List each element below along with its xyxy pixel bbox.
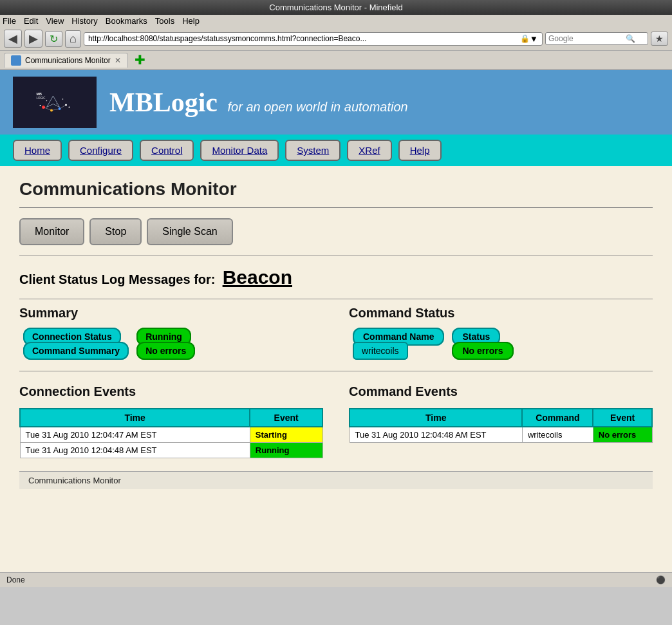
menu-tools[interactable]: Tools: [155, 16, 174, 26]
logo-box: MB LOGIC: [13, 77, 97, 128]
connection-events-title: Connection Events: [19, 384, 323, 399]
cmd-status-0: No errors: [452, 342, 513, 360]
nav-help[interactable]: Help: [398, 140, 442, 161]
browser-tab[interactable]: Communications Monitor ✕: [4, 53, 128, 68]
page-content: MB LOGIC MBLogic: [0, 70, 672, 572]
toolbar: ◀ ▶ ↻ ⌂ 🔒 ▼ 🔍 ★: [0, 27, 672, 51]
go-button[interactable]: ▼: [530, 34, 538, 44]
command-events-table: Time Command Event Tue 31 Aug 2010 12:04…: [349, 408, 653, 443]
control-buttons: Monitor Stop Single Scan: [19, 218, 653, 245]
menu-edit[interactable]: Edit: [24, 16, 38, 26]
cmd-command-0: writecoils: [522, 427, 593, 443]
cmd-event-header: Event: [593, 409, 652, 427]
cmd-time-header: Time: [350, 409, 522, 427]
divider-1: [19, 207, 653, 208]
tab-label: Communications Monitor: [25, 56, 111, 65]
command-summary-label: Command Summary: [23, 342, 129, 360]
svg-point-5: [56, 104, 57, 104]
app-name: MBLogic: [109, 88, 218, 117]
tab-bar: Communications Monitor ✕ ✚: [0, 51, 672, 70]
title-bar: Communications Monitor - Minefield: [0, 0, 672, 15]
nav-monitor-data[interactable]: Monitor Data: [200, 140, 279, 161]
add-tab-button[interactable]: ✚: [131, 52, 149, 68]
stop-button[interactable]: Stop: [89, 218, 142, 245]
home-button[interactable]: ⌂: [65, 30, 81, 48]
single-scan-button[interactable]: Single Scan: [147, 218, 232, 245]
client-title-prefix: Client Status Log Messages for:: [19, 272, 216, 286]
back-button[interactable]: ◀: [4, 30, 22, 48]
events-row: Connection Events Time Event Tue 31 Aug …: [19, 384, 653, 458]
logo-graphic: MB LOGIC: [26, 89, 84, 115]
cmd-event-row-0: Tue 31 Aug 2010 12:04:48 AM EST writecoi…: [350, 427, 652, 443]
forward-button[interactable]: ▶: [24, 30, 42, 48]
connection-events-table: Time Event Tue 31 Aug 2010 12:04:47 AM E…: [19, 408, 323, 458]
nav-system[interactable]: System: [285, 140, 341, 161]
browser-status-bar: Done ⚫: [0, 572, 672, 587]
window-title: Communications Monitor - Minefield: [269, 3, 402, 12]
menu-help[interactable]: Help: [182, 16, 200, 26]
main-content: Communications Monitor Monitor Stop Sing…: [0, 166, 672, 502]
cmd-command-header: Command: [522, 409, 593, 427]
mblogic-header: MB LOGIC MBLogic: [0, 70, 672, 135]
cmd-time-0: Tue 31 Aug 2010 12:04:48 AM EST: [350, 427, 522, 443]
menu-bar: File Edit View History Bookmarks Tools H…: [0, 15, 672, 27]
refresh-button[interactable]: ↻: [45, 31, 62, 47]
address-bar[interactable]: 🔒 ▼: [84, 32, 543, 46]
conn-event-row-1: Tue 31 Aug 2010 12:04:48 AM EST Running: [20, 443, 322, 458]
svg-point-7: [69, 107, 70, 108]
command-events-section: Command Events Time Command Event Tue 31…: [349, 384, 653, 458]
extensions-button[interactable]: ★: [651, 32, 668, 46]
tab-close-icon[interactable]: ✕: [115, 56, 121, 65]
browser-status-text: Done: [6, 575, 25, 584]
nav-configure[interactable]: Configure: [68, 140, 133, 161]
svg-text:MB: MB: [37, 92, 42, 96]
nav-bar: Home Configure Control Monitor Data Syst…: [0, 135, 672, 166]
divider-3: [19, 299, 653, 299]
command-status-title: Command Status: [349, 306, 653, 321]
search-bar[interactable]: 🔍: [545, 32, 648, 45]
command-summary-row: Command Summary No errors: [19, 344, 199, 358]
conn-events-header: Time Event: [20, 409, 322, 427]
menu-history[interactable]: History: [71, 16, 97, 26]
cmd-events-header: Time Command Event: [350, 409, 652, 427]
svg-point-6: [62, 98, 64, 100]
cmd-event-0: No errors: [593, 427, 652, 443]
menu-bookmarks[interactable]: Bookmarks: [106, 16, 147, 26]
conn-event-row-0: Tue 31 Aug 2010 12:04:47 AM EST Starting: [20, 427, 322, 443]
search-input[interactable]: [548, 34, 626, 43]
menu-file[interactable]: File: [3, 16, 16, 26]
browser-status-icon: ⚫: [656, 575, 666, 584]
search-icon[interactable]: 🔍: [626, 34, 635, 43]
command-summary-value: No errors: [136, 342, 195, 360]
footer-text: Communications Monitor: [28, 476, 121, 485]
summary-command-row: Summary Connection Status Running Comman…: [19, 306, 653, 358]
client-title: Client Status Log Messages for: Beacon: [19, 266, 653, 288]
connection-events-section: Connection Events Time Event Tue 31 Aug …: [19, 384, 323, 458]
conn-event-1: Running: [250, 443, 322, 458]
app-subtitle: for an open world in automation: [228, 100, 408, 114]
nav-xref[interactable]: XRef: [347, 140, 391, 161]
tab-favicon: [11, 55, 21, 66]
cmd-name-0: writecoils: [353, 342, 408, 360]
header-text: MBLogic for an open world in automation: [109, 87, 408, 118]
conn-event-header: Event: [250, 409, 322, 427]
page-title: Communications Monitor: [19, 179, 653, 200]
command-events-title: Command Events: [349, 384, 653, 399]
cmd-row-0: writecoils No errors: [349, 344, 518, 358]
summary-table: Connection Status Running Command Summar…: [19, 330, 199, 358]
menu-view[interactable]: View: [46, 16, 64, 26]
command-status-section: Command Status Command Name Status write…: [349, 306, 653, 358]
svg-point-4: [46, 100, 48, 102]
conn-time-header: Time: [20, 409, 250, 427]
svg-text:LOGIC: LOGIC: [37, 97, 46, 100]
address-input[interactable]: [88, 34, 520, 43]
monitor-button[interactable]: Monitor: [19, 218, 84, 245]
divider-2: [19, 256, 653, 256]
summary-section: Summary Connection Status Running Comman…: [19, 306, 323, 358]
nav-home[interactable]: Home: [13, 140, 62, 161]
conn-event-0: Starting: [250, 427, 322, 443]
svg-point-3: [40, 105, 41, 106]
conn-time-1: Tue 31 Aug 2010 12:04:48 AM EST: [20, 443, 250, 458]
summary-title: Summary: [19, 306, 323, 321]
nav-control[interactable]: Control: [140, 140, 194, 161]
